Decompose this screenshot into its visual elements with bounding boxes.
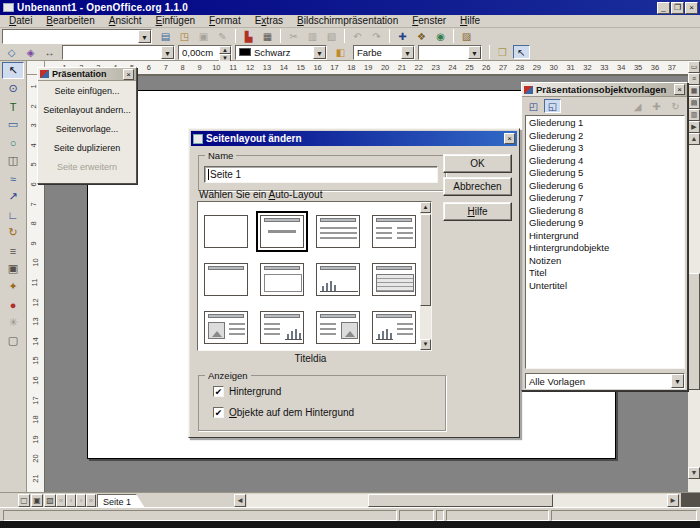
text-icon[interactable]: T — [2, 98, 24, 115]
zoom-icon[interactable]: ⊙ — [2, 80, 24, 97]
close-icon[interactable]: × — [123, 69, 134, 80]
style-item[interactable]: Gliederung 1 — [526, 117, 684, 130]
connector-icon[interactable]: ∟ — [2, 206, 24, 223]
checkmark-icon[interactable]: ✔ — [213, 407, 224, 418]
arrange-icon[interactable]: ▣ — [2, 260, 24, 277]
scroll-up-icon[interactable]: ▲ — [688, 133, 700, 145]
navigator-icon[interactable]: ✚ — [394, 29, 411, 43]
title-bar[interactable]: Unbenannt1 - OpenOffice.org 1.1.0 _ ❐ × — [0, 0, 700, 15]
style-filter-combobox[interactable]: Alle Vorlagen ▼ — [525, 373, 685, 389]
select-icon[interactable]: ↖ — [2, 62, 24, 79]
minimize-button[interactable]: _ — [657, 2, 670, 14]
close-icon[interactable]: × — [674, 84, 685, 95]
line-width-stepper[interactable]: 0,00cm ▲▼ — [178, 45, 232, 60]
style-item[interactable]: Gliederung 2 — [526, 130, 684, 143]
grid-scrollbar[interactable]: ▲ ▼ — [420, 202, 431, 350]
style-item[interactable]: Gliederung 3 — [526, 142, 684, 155]
palette-item-seite-einf-gen[interactable]: Seite einfügen... — [38, 81, 136, 100]
layout-option-title-chart[interactable] — [310, 255, 366, 303]
hyperlink-icon[interactable]: ◉ — [432, 29, 449, 43]
layout-option-title-bullets-chart[interactable] — [254, 303, 310, 351]
chevron-down-icon[interactable]: ▼ — [401, 46, 414, 59]
objects-3d-icon[interactable]: ◫ — [2, 152, 24, 169]
chevron-down-icon[interactable]: ▼ — [161, 46, 174, 59]
palette-item-seitenvorlage[interactable]: Seitenvorlage... — [38, 119, 136, 138]
background-objects-checkbox[interactable]: ✔ Objekte auf dem Hintergund — [213, 407, 354, 418]
menu-hilfe[interactable]: Hilfe — [453, 15, 487, 27]
spin-up-icon[interactable]: ▲ — [219, 46, 231, 54]
open-icon[interactable]: ◳ — [176, 29, 193, 43]
close-icon[interactable]: × — [504, 133, 515, 144]
presentation-styles-icon[interactable]: ◱ — [544, 99, 561, 113]
cancel-button[interactable]: Abbrechen — [443, 177, 512, 196]
drawing-view-icon[interactable]: ▭ — [688, 61, 700, 73]
checkmark-icon[interactable]: ✔ — [213, 386, 224, 397]
stylist-title-bar[interactable]: Präsentationsobjektvorlagen × — [522, 83, 687, 97]
palette-title-bar[interactable]: Präsentation × — [38, 68, 136, 81]
vertical-scrollbar-thumb[interactable] — [688, 273, 700, 390]
curve-icon[interactable]: ≈ — [2, 170, 24, 187]
effects-icon[interactable]: ✦ — [2, 278, 24, 295]
scroll-up-icon[interactable]: ▲ — [420, 202, 431, 213]
graphic-styles-icon[interactable]: ◰ — [525, 99, 542, 113]
glue-points-icon[interactable]: ◈ — [22, 45, 39, 59]
menu-ansicht[interactable]: Ansicht — [102, 15, 149, 27]
chevron-down-icon[interactable]: ▼ — [468, 46, 481, 59]
layout-option-title-box[interactable] — [254, 255, 310, 303]
new-document-icon[interactable]: ▤ — [157, 29, 174, 43]
grid-scrollbar-thumb[interactable] — [420, 214, 431, 306]
style-item[interactable]: Gliederung 4 — [526, 155, 684, 168]
arrow-style-icon[interactable]: ↔ — [41, 45, 58, 59]
alignment-icon[interactable]: ≡ — [2, 242, 24, 259]
fill-type-combobox[interactable]: Farbe ▼ — [353, 45, 415, 60]
dialog-title-bar[interactable]: Seitenlayout ändern × — [191, 131, 517, 146]
palette-item-seitenlayout-ndern[interactable]: Seitenlayout ändern... — [38, 100, 136, 119]
layout-option-blank[interactable] — [198, 207, 254, 255]
rotate-icon[interactable]: ↻ — [2, 224, 24, 241]
style-item[interactable]: Untertitel — [526, 280, 684, 293]
page-mode-icon[interactable]: ▢ — [18, 494, 30, 507]
restore-button[interactable]: ❐ — [671, 2, 684, 14]
rectangle-icon[interactable]: ▭ — [2, 116, 24, 133]
style-item[interactable]: Titel — [526, 267, 684, 280]
style-item[interactable]: Notizen — [526, 255, 684, 268]
select-icon[interactable]: ↖ — [513, 45, 530, 59]
style-item[interactable]: Hintergrundobjekte — [526, 242, 684, 255]
layout-option-title-bullets-img[interactable] — [310, 303, 366, 351]
notes-view-icon[interactable]: ▤ — [688, 97, 700, 109]
form-controls-icon[interactable]: ▢ — [2, 332, 24, 349]
menu-einfgen[interactable]: Einfügen — [149, 15, 202, 27]
scroll-right-icon[interactable]: ► — [667, 494, 679, 507]
layout-option-title-only[interactable] — [198, 255, 254, 303]
style-item[interactable]: Gliederung 5 — [526, 167, 684, 180]
menu-datei[interactable]: Datei — [2, 15, 39, 27]
style-item[interactable]: Gliederung 7 — [526, 192, 684, 205]
vertical-scrollbar[interactable]: ▲ ▼ — [688, 133, 700, 492]
style-item[interactable]: Hintergrund — [526, 230, 684, 243]
style-item[interactable]: Gliederung 9 — [526, 217, 684, 230]
menu-format[interactable]: Format — [202, 15, 248, 27]
scroll-down-icon[interactable]: ▼ — [688, 467, 700, 479]
line-style-combobox[interactable]: ▼ — [62, 45, 175, 60]
fill-style-icon[interactable]: ◧ — [332, 45, 349, 59]
layout-option-title-chart-bullets[interactable] — [366, 303, 422, 351]
scroll-left-icon[interactable]: ◄ — [234, 494, 246, 507]
palette-item-seite-duplizieren[interactable]: Seite duplizieren — [38, 138, 136, 157]
layout-option-title-table[interactable] — [366, 255, 422, 303]
help-button[interactable]: Hilfe — [443, 202, 512, 221]
interaction-icon[interactable]: ● — [2, 296, 24, 313]
menu-bearbeiten[interactable]: Bearbeiten — [39, 15, 101, 27]
menu-fenster[interactable]: Fenster — [405, 15, 453, 27]
outline-view-icon[interactable]: ≡ — [688, 73, 700, 85]
ellipse-icon[interactable]: ○ — [2, 134, 24, 151]
stylist-icon[interactable]: ❖ — [413, 29, 430, 43]
gallery-icon[interactable]: ▨ — [458, 29, 475, 43]
handout-view-icon[interactable]: ▥ — [688, 109, 700, 121]
layout-option-title-bullets[interactable] — [310, 207, 366, 255]
chevron-down-icon[interactable]: ▼ — [313, 46, 326, 59]
ok-button[interactable]: OK — [443, 154, 512, 173]
horizontal-scrollbar[interactable] — [247, 494, 667, 507]
menu-bildschirmprsentation[interactable]: Bildschirmpräsentation — [290, 15, 405, 27]
lines-arrows-icon[interactable]: ↗ — [2, 188, 24, 205]
page-name-input[interactable]: Seite 1 — [204, 166, 438, 183]
